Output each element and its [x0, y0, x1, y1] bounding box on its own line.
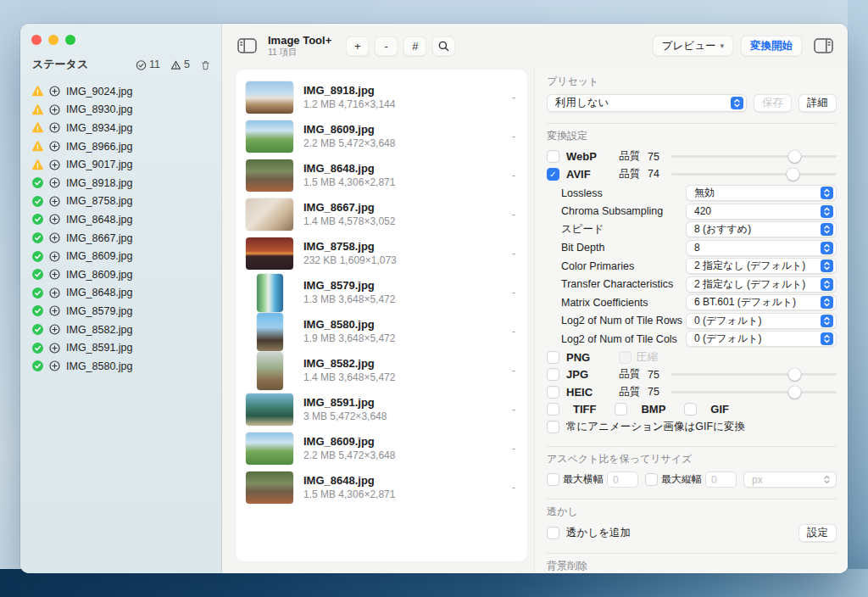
start-convert-button[interactable]: 変換開始 [741, 36, 802, 56]
option-select[interactable]: 2 指定なし (デフォルト) [686, 276, 837, 293]
heic-checkbox[interactable] [547, 386, 559, 399]
quality-slider[interactable] [671, 368, 837, 381]
file-row[interactable]: IMG_8591.jpg3 MB 5,472×3,648- [246, 390, 517, 429]
option-select[interactable]: 8 (おすすめ) [686, 221, 837, 237]
file-result-placeholder: - [512, 482, 517, 494]
status-list-item[interactable]: IMG_8648.jpg [32, 284, 214, 303]
file-row[interactable]: IMG_8758.jpg232 KB 1,609×1,073- [246, 234, 517, 273]
preset-detail-button[interactable]: 詳細 [798, 94, 837, 112]
png-checkbox[interactable] [547, 351, 559, 364]
status-list-item[interactable]: IMG_8591.jpg [32, 338, 214, 357]
option-select[interactable]: 無効 [686, 185, 837, 201]
circle-plus-icon[interactable] [49, 269, 60, 280]
status-list-item[interactable]: IMG_8930.jpg [32, 101, 214, 120]
option-select[interactable]: 8 [686, 240, 837, 256]
slider-knob[interactable] [787, 168, 799, 181]
quality-slider[interactable] [671, 386, 837, 399]
resize-unit-select[interactable]: px [743, 471, 837, 488]
status-list-item[interactable]: IMG_8648.jpg [32, 210, 214, 229]
circle-plus-icon[interactable] [49, 177, 60, 188]
option-select[interactable]: 6 BT.601 (デフォルト) [686, 294, 837, 310]
slider-knob[interactable] [788, 386, 801, 399]
option-select[interactable]: 2 指定なし (デフォルト) [686, 258, 837, 274]
max-width-checkbox[interactable] [547, 473, 559, 486]
preset-select[interactable]: 利用しない [547, 94, 747, 112]
slider-knob[interactable] [788, 150, 801, 163]
webp-checkbox[interactable] [547, 150, 559, 163]
watermark-settings-button[interactable]: 設定 [798, 524, 837, 542]
status-list-item[interactable]: IMG_8609.jpg [32, 265, 214, 284]
file-row[interactable]: IMG_8579.jpg1.3 MB 3,648×5,472- [246, 273, 517, 312]
status-list-item[interactable]: IMG_8918.jpg [32, 174, 214, 192]
circle-plus-icon[interactable] [49, 214, 60, 225]
file-row[interactable]: IMG_8609.jpg2.2 MB 5,472×3,648- [246, 429, 517, 468]
status-list-item[interactable]: IMG_8582.jpg [32, 321, 214, 339]
circle-plus-icon[interactable] [49, 287, 60, 298]
toggle-right-panel-button[interactable] [810, 36, 836, 56]
tiff-checkbox[interactable] [547, 403, 559, 416]
circle-plus-icon[interactable] [49, 104, 60, 115]
toggle-left-sidebar-button[interactable] [234, 36, 259, 56]
status-list-item[interactable]: IMG_8966.jpg [32, 137, 214, 156]
max-height-input[interactable]: 0 [705, 471, 737, 488]
option-select[interactable]: 0 (デフォルト) [686, 313, 837, 329]
file-text: IMG_8580.jpg1.9 MB 3,648×5,472 [303, 318, 395, 344]
file-row[interactable]: IMG_8582.jpg1.4 MB 3,648×5,472- [246, 351, 517, 390]
animation-gif-checkbox[interactable] [547, 421, 559, 433]
max-width-input[interactable]: 0 [607, 471, 638, 488]
watermark-add-checkbox[interactable] [547, 527, 559, 539]
circle-plus-icon[interactable] [49, 360, 60, 371]
option-select[interactable]: 420 [686, 204, 837, 220]
status-list-item[interactable]: IMG_8758.jpg [32, 192, 214, 211]
stepper-icon [821, 296, 833, 309]
slider-knob[interactable] [788, 368, 801, 381]
status-list-item[interactable]: IMG_8667.jpg [32, 229, 214, 248]
png-compress-checkbox[interactable] [619, 351, 632, 364]
warning-status-icon [32, 122, 43, 133]
minimize-window-button[interactable] [48, 35, 58, 45]
add-files-button[interactable]: + [346, 36, 369, 56]
zoom-window-button[interactable] [65, 35, 75, 45]
circle-plus-icon[interactable] [49, 86, 60, 97]
circle-plus-icon[interactable] [49, 232, 60, 243]
preview-button[interactable]: プレビュー▾ [653, 36, 733, 56]
remove-files-button[interactable]: - [375, 36, 398, 56]
quality-slider[interactable] [671, 150, 837, 163]
circle-plus-icon[interactable] [49, 122, 60, 133]
preset-save-button[interactable]: 保存 [754, 94, 792, 112]
status-list-item[interactable]: IMG_8934.jpg [32, 119, 214, 137]
max-height-checkbox[interactable] [645, 473, 658, 486]
file-row[interactable]: IMG_8609.jpg2.2 MB 5,472×3,648- [246, 117, 517, 156]
circle-plus-icon[interactable] [49, 305, 60, 316]
settings-panel: プリセット 利用しない 保存 詳細 変換設定 WebP品質75 ✓AVIF品質7… [534, 68, 848, 573]
status-list-item[interactable]: IMG_9024.jpg [32, 82, 214, 101]
search-button[interactable] [432, 36, 455, 56]
slider-track [671, 173, 837, 176]
status-list-item[interactable]: IMG_8609.jpg [32, 247, 214, 265]
circle-plus-icon[interactable] [49, 141, 60, 152]
quality-slider[interactable] [671, 168, 837, 181]
option-value: 420 [694, 205, 815, 217]
file-row[interactable]: IMG_8648.jpg1.5 MB 4,306×2,871- [246, 468, 517, 507]
bmp-checkbox[interactable] [615, 403, 627, 416]
status-list-item[interactable]: IMG_9017.jpg [32, 155, 214, 174]
gif-checkbox[interactable] [684, 403, 697, 416]
circle-plus-icon[interactable] [49, 343, 60, 354]
status-list-item[interactable]: IMG_8580.jpg [32, 357, 214, 376]
trash-icon[interactable] [200, 59, 211, 70]
file-row[interactable]: IMG_8667.jpg1.4 MB 4,578×3,052- [246, 195, 517, 234]
file-row[interactable]: IMG_8918.jpg1.2 MB 4,716×3,144- [246, 78, 517, 117]
status-list-item[interactable]: IMG_8579.jpg [32, 302, 214, 321]
circle-plus-icon[interactable] [49, 159, 60, 170]
circle-plus-icon[interactable] [49, 324, 60, 335]
file-row[interactable]: IMG_8648.jpg1.5 MB 4,306×2,871- [246, 156, 517, 195]
window-controls [20, 32, 221, 53]
circle-plus-icon[interactable] [49, 251, 60, 262]
jpg-checkbox[interactable] [547, 368, 559, 381]
close-window-button[interactable] [31, 35, 42, 45]
avif-checkbox[interactable]: ✓ [547, 168, 559, 181]
circle-plus-icon[interactable] [49, 196, 60, 207]
file-row[interactable]: IMG_8580.jpg1.9 MB 3,648×5,472- [246, 312, 517, 351]
number-button[interactable]: # [403, 36, 426, 56]
option-select[interactable]: 0 (デフォルト) [686, 331, 837, 347]
